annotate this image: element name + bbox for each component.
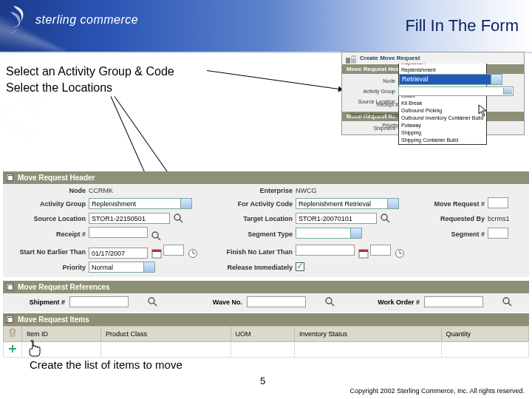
svg-rect-11 xyxy=(152,250,161,252)
input-target-location[interactable]: STOR1-20070101 xyxy=(296,213,377,224)
add-row-cell[interactable] xyxy=(4,342,22,358)
label-work-order-no: Work Order # xyxy=(362,299,421,306)
value-for-activity-code: Replenishment Retrieval xyxy=(299,200,371,208)
plus-icon xyxy=(8,344,17,353)
search-icon[interactable] xyxy=(174,214,184,224)
col-quantity: Quantity xyxy=(441,327,528,342)
annotation-create-list: Create the list of items to move xyxy=(30,358,183,371)
cell-inventory-status[interactable] xyxy=(295,342,442,358)
popup-dropdown-list[interactable]: Inspection Replenishment Retrieval Inven… xyxy=(398,58,487,145)
label-receipt-no: Receipt # xyxy=(7,231,89,238)
collapse-icon[interactable] xyxy=(6,316,13,323)
panel-move-request-items: Move Request Items Item ID Product Class… xyxy=(3,313,529,358)
panel-title-header: Move Request Header xyxy=(18,174,95,182)
popup-start-label: Start No Earlier Than xyxy=(345,110,398,120)
input-source-location[interactable]: STOR1-22150501 xyxy=(89,213,170,224)
panel-body-items: Item ID Product Class UOM Inventory Stat… xyxy=(3,326,529,358)
popup-titlebar: Create Move Request xyxy=(342,52,524,64)
popup-form: Node CCRMK Activity Group Source Locatio… xyxy=(342,74,524,108)
cursor-icon xyxy=(478,104,488,117)
svg-line-7 xyxy=(386,219,389,222)
label-priority: Priority xyxy=(7,264,89,271)
search-icon[interactable] xyxy=(381,214,391,224)
slide-title: Fill In The Form xyxy=(405,16,519,35)
input-finish-date[interactable] xyxy=(296,245,355,256)
panel-body-header: Node CCRMK Enterprise NWCG Activity Grou… xyxy=(3,184,529,277)
svg-point-8 xyxy=(152,232,158,238)
input-finish-time[interactable] xyxy=(370,245,391,256)
panel-title-references: Move Request References xyxy=(18,283,110,291)
label-source-location: Source Location xyxy=(7,215,89,222)
calendar-icon[interactable] xyxy=(151,248,162,259)
col-icon1 xyxy=(4,327,22,342)
collapse-icon[interactable] xyxy=(6,283,13,290)
input-wave-no[interactable] xyxy=(247,296,306,307)
table-row[interactable] xyxy=(4,342,529,358)
popup-option-9[interactable]: Shipping xyxy=(399,129,486,137)
svg-point-6 xyxy=(381,214,387,220)
label-shipment-no: Shipment # xyxy=(7,299,66,306)
svg-point-4 xyxy=(174,214,180,220)
label-segment-type: Segment Type xyxy=(207,231,296,238)
input-start-date[interactable]: 01/17/2007 xyxy=(89,248,148,259)
hand-pointer-icon xyxy=(28,340,43,358)
input-segment-no[interactable] xyxy=(488,228,508,239)
move-request-icon xyxy=(345,54,357,64)
input-shipment-no[interactable] xyxy=(69,296,129,307)
input-start-time[interactable] xyxy=(163,245,184,256)
svg-rect-1 xyxy=(351,55,356,64)
cell-product-class[interactable] xyxy=(100,342,231,358)
popup-option-1[interactable]: Replenishment xyxy=(399,66,486,74)
popup-option-10[interactable]: Shipping Container Build xyxy=(399,137,486,144)
svg-line-9 xyxy=(157,237,160,240)
svg-rect-28 xyxy=(9,348,16,349)
calendar-icon[interactable] xyxy=(358,248,369,259)
panel-move-request-header: Move Request Header Node CCRMK Enterpris… xyxy=(3,171,529,277)
clock-icon[interactable] xyxy=(395,248,405,259)
value-priority: Normal xyxy=(92,264,113,271)
value-node: CCRMK xyxy=(89,187,207,194)
annotation-line1: Select an Activity Group & Code xyxy=(6,64,174,80)
collapse-icon[interactable] xyxy=(6,174,13,181)
popup-option-7[interactable]: Outbound Inventory Container Build xyxy=(399,115,486,122)
popup-option-5[interactable]: Kit Break xyxy=(399,100,486,107)
input-work-order-no[interactable] xyxy=(424,296,483,307)
popup-priority-label: Priority xyxy=(345,120,398,131)
input-receipt-no[interactable] xyxy=(89,227,148,238)
svg-rect-16 xyxy=(359,250,368,252)
slide-banner: sterling commerce Fill In The Form xyxy=(0,0,532,52)
popup-option-6[interactable]: Outbound Picking xyxy=(399,107,486,115)
create-move-request-popup: Create Move Request Move Request Header … xyxy=(341,52,525,135)
input-move-request-no[interactable] xyxy=(488,197,508,208)
svg-line-21 xyxy=(154,303,157,306)
label-for-activity-code: For Activity Code xyxy=(207,200,296,208)
cell-uom[interactable] xyxy=(231,342,295,358)
svg-point-22 xyxy=(326,298,332,304)
panel-title-items: Move Request Items xyxy=(18,316,89,324)
lock-icon xyxy=(8,329,17,338)
search-icon[interactable] xyxy=(502,297,513,307)
clock-icon[interactable] xyxy=(188,248,198,259)
popup-title: Create Move Request xyxy=(360,55,420,61)
search-icon[interactable] xyxy=(325,297,335,307)
search-icon[interactable] xyxy=(148,297,158,307)
svg-rect-3 xyxy=(354,57,355,58)
select-for-activity-code[interactable]: Replenishment Retrieval xyxy=(296,198,399,209)
label-wave-no: Wave No. xyxy=(185,299,244,306)
svg-rect-2 xyxy=(352,57,353,58)
svg-line-25 xyxy=(508,303,511,306)
svg-rect-0 xyxy=(346,58,350,64)
select-activity-group[interactable]: Replenishment xyxy=(89,198,192,209)
cell-quantity[interactable] xyxy=(441,342,528,358)
label-move-request-no: Move Request # xyxy=(414,200,488,208)
checkbox-release-immediately[interactable] xyxy=(296,262,304,271)
popup-option-8[interactable]: Putaway xyxy=(399,122,486,129)
search-icon[interactable] xyxy=(151,231,162,242)
popup-activity-group-select[interactable] xyxy=(398,86,514,96)
popup-activity-group-label: Activity Group xyxy=(345,89,398,94)
popup-option-2[interactable]: Retrieval xyxy=(399,74,502,85)
select-segment-type[interactable] xyxy=(296,228,362,239)
col-product-class: Product Class xyxy=(100,327,231,342)
select-priority[interactable]: Normal xyxy=(89,262,155,273)
page-number: 5 xyxy=(260,375,265,386)
